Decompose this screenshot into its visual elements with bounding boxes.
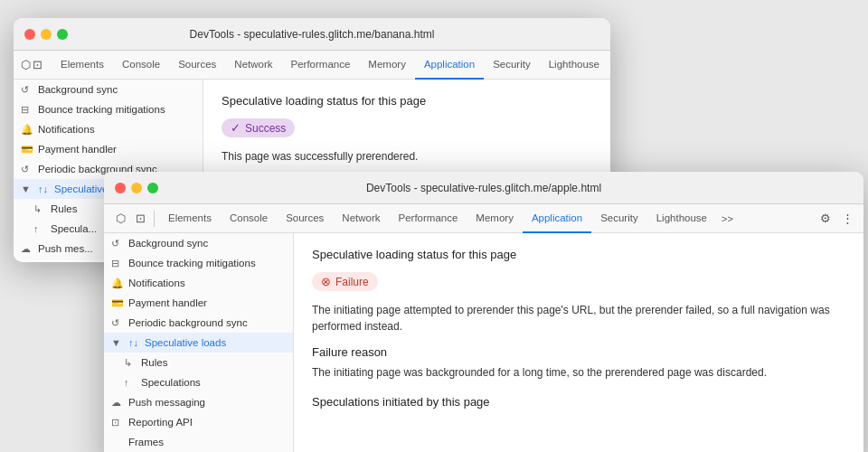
push-icon: ☁	[21, 243, 33, 255]
success-description: This page was successfully prerendered.	[222, 148, 592, 165]
notification-icon: 🔔	[21, 124, 33, 136]
tab-overflow-2[interactable]: >>	[716, 210, 739, 228]
speculations-icon-2: ↑	[124, 377, 137, 388]
window-title-2: DevTools - speculative-rules.glitch.me/a…	[115, 182, 853, 194]
tab-memory-2[interactable]: Memory	[467, 204, 523, 233]
tab-memory[interactable]: Memory	[359, 51, 415, 80]
tab-network[interactable]: Network	[225, 51, 281, 80]
device-icon-2[interactable]: ⊡	[131, 210, 149, 228]
bounce-icon-2: ⊟	[111, 258, 124, 269]
devtools-window-apple: DevTools - speculative-rules.glitch.me/a…	[104, 172, 863, 452]
maximize-button-2[interactable]	[147, 183, 158, 193]
tab-sources[interactable]: Sources	[169, 51, 225, 80]
sidebar-item-payment-handler-2[interactable]: 💳 Payment handler	[104, 293, 293, 313]
device-icon[interactable]: ⊡	[33, 56, 42, 74]
tab-security-2[interactable]: Security	[591, 204, 647, 233]
tabs-banana: Elements Console Sources Network Perform…	[52, 51, 610, 80]
status-badge-success: ✓ Success	[222, 118, 295, 137]
failure-description: The initiating page attempted to prerend…	[312, 302, 845, 334]
devtools-toolbar-banana: ⬡ ⊡ Elements Console Sources Network Per…	[14, 51, 610, 80]
more-icon-2[interactable]: ⋮	[838, 210, 856, 228]
tab-console-2[interactable]: Console	[221, 204, 277, 233]
tab-performance-2[interactable]: Performance	[390, 204, 467, 233]
notification-icon-2: 🔔	[111, 278, 124, 289]
rules-icon: ↳	[33, 203, 46, 215]
sidebar-item-rules-2[interactable]: ↳ Rules	[104, 353, 293, 372]
traffic-lights	[24, 29, 68, 40]
payment-icon: 💳	[21, 144, 33, 155]
titlebar-apple: DevTools - speculative-rules.glitch.me/a…	[104, 172, 863, 204]
arrow-icon-2: ▼	[111, 337, 124, 348]
minimize-button[interactable]	[41, 29, 52, 40]
minimize-button-2[interactable]	[131, 183, 142, 193]
tab-performance[interactable]: Performance	[282, 51, 360, 80]
speculations-initiated-title: Speculations initiated by this page	[312, 395, 845, 409]
periodic-sync-icon-2: ↺	[111, 317, 124, 329]
tab-console[interactable]: Console	[113, 51, 169, 80]
status-badge-failure: ⊗ Failure	[312, 272, 378, 291]
sidebar-item-notifications-2[interactable]: 🔔 Notifications	[104, 273, 293, 293]
rules-icon-2: ↳	[124, 357, 137, 369]
titlebar-banana: DevTools - speculative-rules.glitch.me/b…	[14, 18, 610, 51]
maximize-button[interactable]	[57, 29, 68, 40]
bounce-icon: ⊟	[21, 104, 33, 116]
section-title: Speculative loading status for this page	[222, 94, 592, 108]
speculative-icon: ↑↓	[38, 184, 48, 194]
settings-icon-2[interactable]: ⚙	[816, 210, 835, 228]
failure-icon: ⊗	[321, 275, 331, 288]
tab-application-2[interactable]: Application	[523, 204, 591, 233]
tab-elements[interactable]: Elements	[52, 51, 113, 80]
tab-sources-2[interactable]: Sources	[277, 204, 333, 233]
push-icon-2: ☁	[111, 397, 124, 409]
arrow-icon: ▼	[21, 184, 33, 194]
sidebar-item-speculations-2[interactable]: ↑ Speculations	[104, 372, 293, 392]
sidebar-item-speculative-loads-2[interactable]: ▼ ↑↓ Speculative loads	[104, 333, 293, 353]
sidebar-item-bounce-tracking-2[interactable]: ⊟ Bounce tracking mitigations	[104, 253, 293, 273]
tab-lighthouse-2[interactable]: Lighthouse	[647, 204, 716, 233]
window-title: DevTools - speculative-rules.glitch.me/b…	[24, 28, 599, 41]
traffic-lights-2	[115, 183, 158, 193]
sync-icon-2: ↺	[111, 238, 124, 250]
sidebar-item-notifications[interactable]: 🔔 Notifications	[14, 119, 203, 139]
tab-lighthouse[interactable]: Lighthouse	[540, 51, 609, 80]
tab-application[interactable]: Application	[415, 51, 484, 80]
close-button-2[interactable]	[115, 183, 126, 193]
tab-overflow[interactable]: >>	[609, 56, 610, 74]
sidebar-item-push-messaging-2[interactable]: ☁ Push messaging	[104, 392, 293, 412]
success-icon: ✓	[231, 121, 241, 135]
sidebar-item-periodic-sync-2[interactable]: ↺ Periodic background sync	[104, 313, 293, 333]
speculative-icon-2: ↑↓	[128, 337, 138, 348]
sidebar-item-background-sync-2[interactable]: ↺ Background sync	[104, 233, 293, 253]
devtools-body-apple: ↺ Background sync ⊟ Bounce tracking miti…	[104, 233, 863, 452]
sidebar-item-background-sync[interactable]: ↺ Background sync	[14, 80, 203, 99]
payment-icon-2: 💳	[111, 297, 124, 309]
tabs-apple: Elements Console Sources Network Perform…	[159, 204, 739, 233]
inspect-icon-2[interactable]: ⬡	[111, 210, 129, 228]
sidebar-item-payment-handler[interactable]: 💳 Payment handler	[14, 139, 203, 159]
main-content-apple: Speculative loading status for this page…	[294, 233, 863, 452]
sidebar-item-reporting-api[interactable]: ⊡ Reporting API	[104, 412, 293, 432]
speculations-icon: ↑	[33, 223, 46, 234]
sidebar-item-bounce-tracking[interactable]: ⊟ Bounce tracking mitigations	[14, 99, 203, 119]
sidebar-item-frames[interactable]: Frames	[104, 432, 293, 452]
tab-network-2[interactable]: Network	[333, 204, 389, 233]
close-button[interactable]	[24, 29, 35, 40]
section-title-2: Speculative loading status for this page	[312, 248, 845, 261]
toolbar-right-2: ⚙ ⋮	[816, 210, 856, 228]
toolbar-separator-2	[154, 211, 155, 227]
periodic-sync-icon: ↺	[21, 164, 33, 175]
sync-icon: ↺	[21, 84, 33, 96]
sidebar-apple: ↺ Background sync ⊟ Bounce tracking miti…	[104, 233, 294, 452]
inspect-icon[interactable]: ⬡	[21, 56, 31, 74]
devtools-toolbar-apple: ⬡ ⊡ Elements Console Sources Network Per…	[104, 204, 863, 233]
reporting-icon: ⊡	[111, 417, 124, 428]
failure-reason-title: Failure reason	[312, 345, 845, 359]
tab-elements-2[interactable]: Elements	[159, 204, 221, 233]
failure-reason-text: The initiating page was backgrounded for…	[312, 364, 845, 381]
tab-security[interactable]: Security	[484, 51, 540, 80]
